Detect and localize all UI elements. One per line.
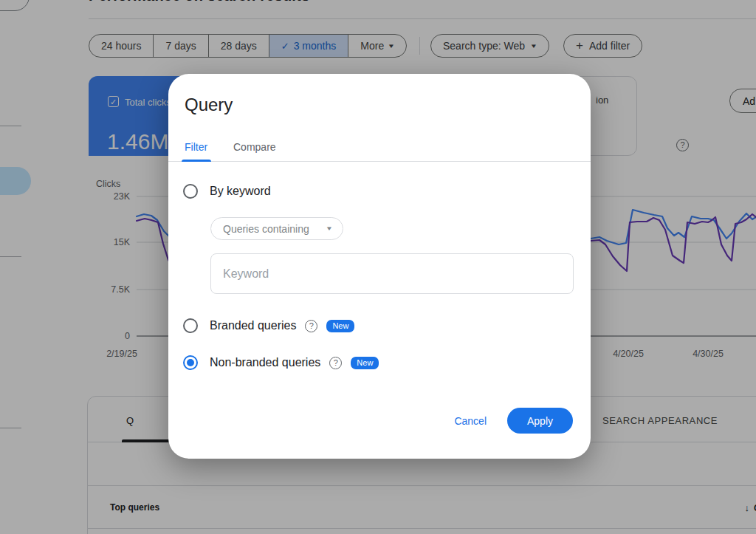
new-badge: New (351, 357, 379, 369)
query-filter-dialog: Query Filter Compare By keyword Queries … (168, 74, 591, 459)
match-type-dropdown[interactable]: Queries containing ▼ (210, 217, 343, 240)
help-icon[interactable]: ? (329, 357, 342, 369)
dialog-tabbar: Filter Compare (168, 137, 591, 162)
option-label: Branded queries (210, 319, 296, 332)
dialog-footer: Cancel Apply (454, 408, 573, 434)
dialog-title: Query (185, 95, 233, 115)
option-label: Non-branded queries (210, 356, 320, 369)
cancel-button[interactable]: Cancel (454, 415, 487, 427)
tab-compare[interactable]: Compare (233, 141, 276, 153)
option-branded-queries[interactable]: Branded queries ? New (183, 317, 354, 335)
screen: Performance on search results 24 hours 7… (0, 0, 756, 534)
match-type-value: Queries containing (223, 223, 309, 235)
chevron-down-icon: ▼ (326, 225, 333, 232)
help-icon[interactable]: ? (305, 320, 317, 332)
active-tab-underline (182, 160, 211, 162)
radio-unselected-icon[interactable] (183, 318, 198, 333)
option-label: By keyword (210, 185, 271, 198)
option-non-branded-queries[interactable]: Non-branded queries ? New (183, 354, 379, 372)
apply-button[interactable]: Apply (507, 408, 573, 434)
new-badge: New (326, 320, 354, 332)
tab-filter[interactable]: Filter (185, 141, 207, 153)
keyword-input[interactable] (210, 253, 574, 294)
radio-selected-icon[interactable] (183, 355, 198, 370)
radio-unselected-icon[interactable] (183, 184, 198, 199)
option-by-keyword[interactable]: By keyword (183, 182, 271, 200)
